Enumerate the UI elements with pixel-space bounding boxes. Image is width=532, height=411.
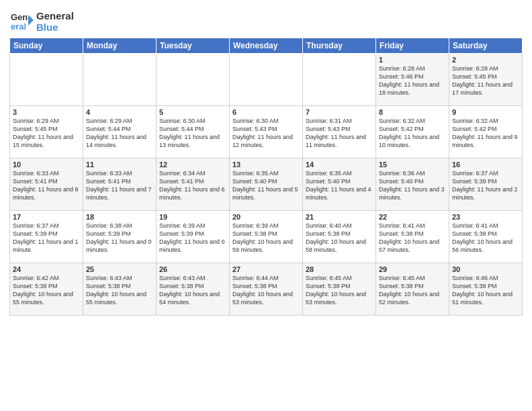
day-info: Sunrise: 6:41 AM Sunset: 5:38 PM Dayligh… (452, 222, 519, 255)
day-number: 26 (159, 265, 226, 273)
day-number: 18 (86, 213, 153, 221)
day-number: 10 (13, 161, 80, 169)
calendar-cell (157, 54, 230, 106)
weekday-header: Monday (83, 38, 157, 54)
calendar-cell: 8Sunrise: 6:32 AM Sunset: 5:42 PM Daylig… (376, 106, 449, 158)
day-number: 24 (13, 265, 80, 273)
weekday-header: Friday (376, 38, 449, 54)
calendar-cell: 16Sunrise: 6:37 AM Sunset: 5:39 PM Dayli… (449, 158, 523, 211)
day-number: 9 (452, 108, 519, 116)
day-info: Sunrise: 6:33 AM Sunset: 5:41 PM Dayligh… (86, 169, 153, 202)
weekday-header: Wednesday (230, 38, 303, 54)
day-info: Sunrise: 6:35 AM Sunset: 5:40 PM Dayligh… (232, 169, 300, 202)
day-number: 12 (159, 161, 226, 169)
calendar-cell: 10Sunrise: 6:33 AM Sunset: 5:41 PM Dayli… (10, 158, 83, 211)
calendar-cell: 30Sunrise: 6:46 AM Sunset: 5:38 PM Dayli… (449, 263, 523, 316)
day-info: Sunrise: 6:30 AM Sunset: 5:44 PM Dayligh… (159, 117, 226, 150)
calendar-cell: 23Sunrise: 6:41 AM Sunset: 5:38 PM Dayli… (449, 211, 523, 263)
calendar-cell: 27Sunrise: 6:44 AM Sunset: 5:38 PM Dayli… (230, 263, 303, 316)
svg-text:Gen: Gen (11, 12, 28, 22)
day-info: Sunrise: 6:35 AM Sunset: 5:40 PM Dayligh… (306, 169, 373, 202)
calendar-cell: 19Sunrise: 6:39 AM Sunset: 5:39 PM Dayli… (157, 211, 230, 263)
day-number: 25 (86, 265, 153, 273)
day-info: Sunrise: 6:38 AM Sunset: 5:39 PM Dayligh… (86, 222, 153, 255)
day-info: Sunrise: 6:43 AM Sunset: 5:38 PM Dayligh… (159, 274, 226, 307)
day-number: 15 (379, 161, 446, 169)
calendar-cell (83, 54, 157, 106)
page-header: Gen eral General Blue (9, 7, 523, 34)
calendar-cell: 6Sunrise: 6:30 AM Sunset: 5:43 PM Daylig… (230, 106, 303, 158)
calendar-cell: 2Sunrise: 6:28 AM Sunset: 5:45 PM Daylig… (449, 54, 523, 106)
svg-text:eral: eral (11, 21, 26, 32)
day-info: Sunrise: 6:43 AM Sunset: 5:38 PM Dayligh… (86, 274, 153, 307)
day-number: 17 (13, 213, 80, 221)
calendar-cell: 9Sunrise: 6:32 AM Sunset: 5:42 PM Daylig… (449, 106, 523, 158)
calendar-cell: 15Sunrise: 6:36 AM Sunset: 5:40 PM Dayli… (376, 158, 449, 211)
day-info: Sunrise: 6:32 AM Sunset: 5:42 PM Dayligh… (379, 117, 446, 150)
calendar-cell: 17Sunrise: 6:37 AM Sunset: 5:39 PM Dayli… (10, 211, 83, 263)
calendar-table: SundayMondayTuesdayWednesdayThursdayFrid… (9, 38, 523, 316)
day-info: Sunrise: 6:33 AM Sunset: 5:41 PM Dayligh… (13, 169, 80, 202)
day-number: 1 (379, 56, 446, 64)
day-info: Sunrise: 6:31 AM Sunset: 5:43 PM Dayligh… (306, 117, 373, 150)
day-info: Sunrise: 6:29 AM Sunset: 5:44 PM Dayligh… (86, 117, 153, 150)
day-number: 16 (452, 161, 519, 169)
day-info: Sunrise: 6:28 AM Sunset: 5:45 PM Dayligh… (452, 64, 519, 97)
day-info: Sunrise: 6:32 AM Sunset: 5:42 PM Dayligh… (452, 117, 519, 150)
calendar-cell: 7Sunrise: 6:31 AM Sunset: 5:43 PM Daylig… (303, 106, 376, 158)
day-number: 27 (232, 265, 300, 273)
weekday-header: Saturday (449, 38, 523, 54)
day-info: Sunrise: 6:29 AM Sunset: 5:45 PM Dayligh… (13, 117, 80, 150)
calendar-cell: 26Sunrise: 6:43 AM Sunset: 5:38 PM Dayli… (157, 263, 230, 316)
day-number: 30 (452, 265, 519, 273)
day-number: 7 (306, 108, 373, 116)
day-number: 14 (306, 161, 373, 169)
day-number: 20 (232, 213, 300, 221)
calendar-week-row: 10Sunrise: 6:33 AM Sunset: 5:41 PM Dayli… (10, 158, 523, 211)
day-info: Sunrise: 6:40 AM Sunset: 5:38 PM Dayligh… (306, 222, 373, 255)
calendar-cell: 14Sunrise: 6:35 AM Sunset: 5:40 PM Dayli… (303, 158, 376, 211)
day-info: Sunrise: 6:41 AM Sunset: 5:38 PM Dayligh… (379, 222, 446, 255)
day-info: Sunrise: 6:45 AM Sunset: 5:38 PM Dayligh… (306, 274, 373, 307)
calendar-cell: 24Sunrise: 6:42 AM Sunset: 5:38 PM Dayli… (10, 263, 83, 316)
calendar-cell: 20Sunrise: 6:39 AM Sunset: 5:38 PM Dayli… (230, 211, 303, 263)
calendar-cell: 12Sunrise: 6:34 AM Sunset: 5:41 PM Dayli… (157, 158, 230, 211)
calendar-cell: 25Sunrise: 6:43 AM Sunset: 5:38 PM Dayli… (83, 263, 157, 316)
calendar-week-row: 3Sunrise: 6:29 AM Sunset: 5:45 PM Daylig… (10, 106, 523, 158)
calendar-cell (10, 54, 83, 106)
calendar-header-row: SundayMondayTuesdayWednesdayThursdayFrid… (10, 38, 523, 54)
day-info: Sunrise: 6:42 AM Sunset: 5:38 PM Dayligh… (13, 274, 80, 307)
calendar-cell: 3Sunrise: 6:29 AM Sunset: 5:45 PM Daylig… (10, 106, 83, 158)
day-number: 23 (452, 213, 519, 221)
day-number: 8 (379, 108, 446, 116)
calendar-cell: 28Sunrise: 6:45 AM Sunset: 5:38 PM Dayli… (303, 263, 376, 316)
day-number: 3 (13, 108, 80, 116)
calendar-cell: 21Sunrise: 6:40 AM Sunset: 5:38 PM Dayli… (303, 211, 376, 263)
calendar-cell: 13Sunrise: 6:35 AM Sunset: 5:40 PM Dayli… (230, 158, 303, 211)
day-number: 19 (159, 213, 226, 221)
calendar-cell: 22Sunrise: 6:41 AM Sunset: 5:38 PM Dayli… (376, 211, 449, 263)
day-number: 29 (379, 265, 446, 273)
logo: Gen eral General Blue (9, 9, 74, 34)
weekday-header: Tuesday (157, 38, 230, 54)
day-number: 21 (306, 213, 373, 221)
logo-svg: Gen eral (9, 9, 34, 34)
day-number: 28 (306, 265, 373, 273)
weekday-header: Sunday (10, 38, 83, 54)
day-info: Sunrise: 6:37 AM Sunset: 5:39 PM Dayligh… (452, 169, 519, 202)
day-info: Sunrise: 6:46 AM Sunset: 5:38 PM Dayligh… (452, 274, 519, 307)
calendar-week-row: 1Sunrise: 6:28 AM Sunset: 5:46 PM Daylig… (10, 54, 523, 106)
calendar-cell: 4Sunrise: 6:29 AM Sunset: 5:44 PM Daylig… (83, 106, 157, 158)
weekday-header: Thursday (303, 38, 376, 54)
day-info: Sunrise: 6:30 AM Sunset: 5:43 PM Dayligh… (232, 117, 300, 150)
day-info: Sunrise: 6:45 AM Sunset: 5:38 PM Dayligh… (379, 274, 446, 307)
day-number: 5 (159, 108, 226, 116)
day-info: Sunrise: 6:37 AM Sunset: 5:39 PM Dayligh… (13, 222, 80, 255)
day-number: 22 (379, 213, 446, 221)
day-number: 6 (232, 108, 300, 116)
calendar-cell: 1Sunrise: 6:28 AM Sunset: 5:46 PM Daylig… (376, 54, 449, 106)
calendar-cell: 18Sunrise: 6:38 AM Sunset: 5:39 PM Dayli… (83, 211, 157, 263)
day-number: 13 (232, 161, 300, 169)
calendar-cell: 11Sunrise: 6:33 AM Sunset: 5:41 PM Dayli… (83, 158, 157, 211)
logo-line1: General (36, 10, 74, 21)
